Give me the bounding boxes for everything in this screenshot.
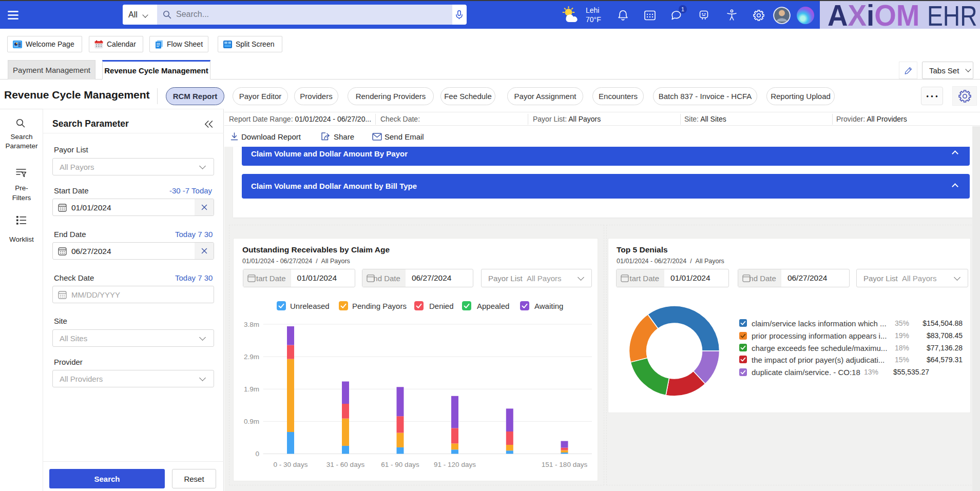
svg-text:1.9m: 1.9m bbox=[244, 385, 259, 393]
svg-text:91 - 120 days: 91 - 120 days bbox=[434, 461, 476, 468]
svg-text:0: 0 bbox=[255, 450, 259, 458]
svg-text:0.9m: 0.9m bbox=[244, 418, 259, 425]
svg-text:3.8m: 3.8m bbox=[244, 321, 259, 328]
svg-text:2.9m: 2.9m bbox=[244, 353, 259, 361]
svg-text:151 - 180 days: 151 - 180 days bbox=[542, 461, 588, 468]
svg-text:31 - 60 days: 31 - 60 days bbox=[326, 461, 365, 468]
svg-text:61 - 90 days: 61 - 90 days bbox=[381, 461, 419, 468]
svg-text:0 - 30 days: 0 - 30 days bbox=[274, 461, 308, 468]
